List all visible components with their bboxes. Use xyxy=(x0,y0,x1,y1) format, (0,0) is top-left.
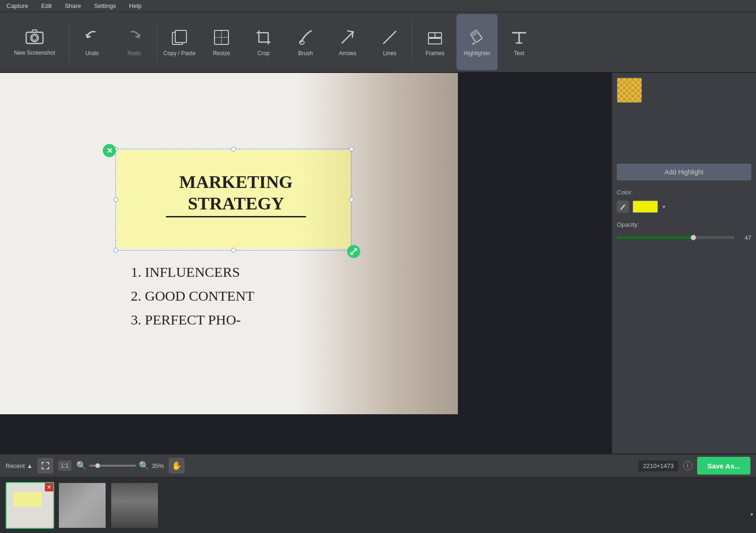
toolbar-divider-3 xyxy=(412,21,413,63)
highlighter-label: Highlighter xyxy=(464,50,490,57)
recent-button[interactable]: Recent ▲ xyxy=(6,462,33,469)
text-label: Text xyxy=(514,50,524,57)
toolbar-divider-2 xyxy=(157,21,157,63)
highlighter-button[interactable]: Highlighter xyxy=(456,14,498,70)
canvas-list-item3: 3. PERFECT PHO- xyxy=(131,308,254,331)
arrows-icon xyxy=(338,28,357,47)
copy-paste-label: Copy / Paste xyxy=(164,50,196,57)
filmstrip-thumb-3[interactable] xyxy=(110,482,159,529)
camera-icon xyxy=(25,29,44,47)
fit-button[interactable] xyxy=(37,458,53,474)
filmstrip-thumb-1-close[interactable]: ✕ xyxy=(45,483,53,491)
lines-button[interactable]: Lines xyxy=(369,14,410,70)
opacity-row: 47 xyxy=(617,233,751,242)
crop-icon xyxy=(254,28,273,47)
new-screenshot-dropdown-arrow[interactable]: ▼ xyxy=(749,512,754,517)
canvas-list-item1: 1. INFLUENCERS xyxy=(131,260,254,284)
zoom-controls: 🔍 🔍 35% xyxy=(76,461,164,471)
zoom-slider[interactable] xyxy=(89,465,136,467)
arrows-button[interactable]: Arrows xyxy=(327,14,368,70)
opacity-slider[interactable] xyxy=(617,233,735,242)
svg-point-2 xyxy=(32,36,37,40)
crop-label: Crop xyxy=(257,50,270,57)
selection-resize-button[interactable] xyxy=(347,245,360,258)
redo-button[interactable]: Redo xyxy=(114,14,155,70)
zoom-1-1-button[interactable]: 1:1 xyxy=(58,461,71,471)
menu-share[interactable]: Share xyxy=(62,1,84,10)
menu-help[interactable]: Help xyxy=(126,1,144,10)
arrows-label: Arrows xyxy=(339,50,356,57)
handle-bottom-center[interactable] xyxy=(231,248,236,252)
frames-icon xyxy=(425,28,445,47)
right-panel: Add Highlight Color: ▼ Opacity: 47 xyxy=(611,73,756,454)
canvas-title-area: MARKETING STRATEGY xyxy=(121,148,350,241)
menu-settings[interactable]: Settings xyxy=(91,1,119,10)
filmstrip-thumb-2[interactable] xyxy=(58,482,107,529)
canvas-title-line1: MARKETING xyxy=(179,172,293,193)
color-box[interactable] xyxy=(633,201,658,213)
lines-label: Lines xyxy=(383,50,397,57)
thumb1-highlight xyxy=(14,492,42,506)
dimensions-display: 2210×1473 xyxy=(638,461,678,471)
text-icon xyxy=(509,28,529,47)
brush-label: Brush xyxy=(298,50,313,57)
canvas-list: 1. INFLUENCERS 2. GOOD CONTENT 3. PERFEC… xyxy=(131,260,254,331)
svg-rect-4 xyxy=(175,30,186,43)
frames-button[interactable]: Frames xyxy=(414,14,456,70)
undo-button[interactable]: Undo xyxy=(71,14,113,70)
redo-icon xyxy=(124,28,144,47)
filmstrip: ✕ xyxy=(0,477,756,533)
color-swatch-preview xyxy=(617,78,642,103)
toolbar-divider-1 xyxy=(69,21,70,63)
frames-label: Frames xyxy=(426,50,445,57)
opacity-slider-thumb[interactable] xyxy=(691,235,696,240)
svg-line-9 xyxy=(384,31,396,43)
recent-arrow: ▲ xyxy=(27,462,33,469)
pan-button[interactable]: ✋ xyxy=(169,458,185,474)
menubar: Capture Edit Share Settings Help xyxy=(0,0,756,12)
highlighter-icon xyxy=(467,28,487,47)
filmstrip-thumb-1[interactable]: ✕ xyxy=(6,482,54,529)
zoom-out-icon[interactable]: 🔍 xyxy=(76,461,86,471)
opacity-label: Opacity: xyxy=(617,221,751,228)
canvas-title-underline xyxy=(166,216,306,217)
zoom-in-icon[interactable]: 🔍 xyxy=(139,461,149,471)
color-row: ▼ xyxy=(617,201,751,213)
canvas-list-item2: 2. GOOD CONTENT xyxy=(131,284,254,308)
redo-label: Redo xyxy=(128,50,141,57)
svg-rect-10 xyxy=(428,33,435,37)
copy-paste-button[interactable]: Copy / Paste xyxy=(159,14,200,70)
thumb3-background xyxy=(111,483,158,528)
canvas-image: MARKETING STRATEGY 1. INFLUENCERS 2. GOO… xyxy=(0,73,458,414)
text-button[interactable]: Text xyxy=(499,14,540,70)
resize-button[interactable]: Resize xyxy=(201,14,242,70)
canvas-title-line2: STRATEGY xyxy=(188,193,284,215)
brush-button[interactable]: Brush xyxy=(285,14,326,70)
opacity-slider-track xyxy=(617,236,735,239)
color-label: Color: xyxy=(617,189,751,196)
crop-button[interactable]: Crop xyxy=(243,14,284,70)
menu-edit[interactable]: Edit xyxy=(38,1,54,10)
toolbar: New Screenshot ▼ Undo Redo xyxy=(0,12,756,73)
undo-label: Undo xyxy=(86,50,99,57)
copy-paste-icon xyxy=(170,28,189,47)
color-dropdown-arrow[interactable]: ▼ xyxy=(662,204,666,209)
thumb2-background xyxy=(59,483,106,528)
selection-close-button[interactable]: ✕ xyxy=(103,144,116,157)
undo-icon xyxy=(82,28,102,47)
lines-icon xyxy=(380,28,399,47)
resize-label: Resize xyxy=(213,50,230,57)
add-highlight-button[interactable]: Add Highlight xyxy=(617,164,751,180)
new-screenshot-label: New Screenshot xyxy=(14,50,55,56)
handle-bottom-left[interactable] xyxy=(114,248,118,252)
whiteboard: MARKETING STRATEGY 1. INFLUENCERS 2. GOO… xyxy=(0,73,458,414)
zoom-slider-thumb[interactable] xyxy=(95,463,100,468)
color-picker-icon[interactable] xyxy=(617,201,629,213)
zoom-percentage: 35% xyxy=(152,462,164,469)
save-as-button[interactable]: Save As... xyxy=(697,457,750,475)
new-screenshot-button[interactable]: New Screenshot ▼ xyxy=(2,14,67,70)
menu-capture[interactable]: Capture xyxy=(4,1,31,10)
canvas-area[interactable]: MARKETING STRATEGY 1. INFLUENCERS 2. GOO… xyxy=(0,73,611,454)
info-button[interactable]: i xyxy=(683,461,692,470)
main-area: MARKETING STRATEGY 1. INFLUENCERS 2. GOO… xyxy=(0,73,756,454)
